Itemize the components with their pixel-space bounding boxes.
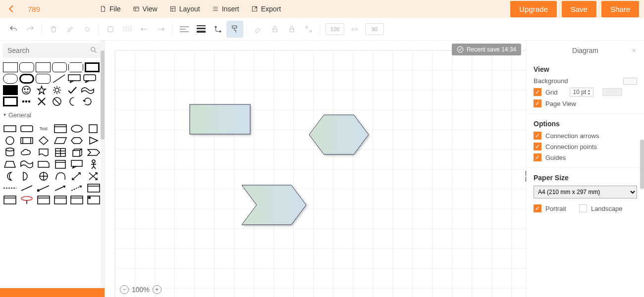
dash-button[interactable] <box>119 21 136 38</box>
zoom-in-button[interactable]: + <box>153 285 161 294</box>
g-card[interactable] <box>37 159 51 169</box>
g-tape[interactable] <box>20 159 34 169</box>
g-win3[interactable] <box>37 195 51 205</box>
save-button[interactable]: Save <box>562 1 596 17</box>
g-callout[interactable] <box>70 159 84 169</box>
shape-frame-2[interactable] <box>3 97 18 106</box>
g-rrect[interactable] <box>20 124 34 134</box>
waypoints-button[interactable] <box>210 21 226 38</box>
portrait-checkbox[interactable]: ✓ <box>534 204 541 212</box>
arrow-right-button[interactable] <box>153 21 169 38</box>
g-cube[interactable] <box>70 148 84 157</box>
erase-button[interactable] <box>250 21 267 38</box>
g-step[interactable] <box>87 148 101 157</box>
shape-dots[interactable] <box>19 97 33 106</box>
shape-refresh[interactable] <box>81 97 95 106</box>
g-parallel[interactable] <box>54 136 67 146</box>
more-shapes-button[interactable] <box>0 288 105 297</box>
g-moon[interactable] <box>3 171 17 181</box>
shape-rounded-2[interactable] <box>52 62 67 72</box>
g-half[interactable] <box>20 171 34 181</box>
g-process[interactable] <box>20 136 34 146</box>
g-dashline[interactable] <box>3 183 17 193</box>
g-win2[interactable] <box>3 195 17 205</box>
g-tri[interactable] <box>87 136 101 146</box>
shape-moon[interactable] <box>65 97 79 106</box>
canvas-shape-chevron[interactable] <box>241 184 310 230</box>
share-button[interactable]: Share <box>601 1 639 17</box>
delete-button[interactable] <box>45 21 62 38</box>
menu-file[interactable]: File <box>100 5 121 13</box>
shape-smiley[interactable] <box>19 85 33 95</box>
grid-size-stepper[interactable]: ▴▾ <box>588 89 590 96</box>
landscape-checkbox[interactable] <box>579 204 587 212</box>
undo-button[interactable] <box>5 21 22 38</box>
shape-rr-3[interactable] <box>36 74 51 84</box>
arrow-left-button[interactable] <box>136 21 153 38</box>
canvas-shape-hexagon[interactable] <box>308 114 372 159</box>
expand-button[interactable] <box>300 21 317 38</box>
g-line2[interactable] <box>20 183 34 193</box>
shape-nogo[interactable] <box>50 97 64 106</box>
canvas[interactable] <box>115 50 526 297</box>
grid-checkbox[interactable]: ✓ <box>534 88 541 96</box>
shape-solid[interactable] <box>3 85 18 95</box>
g-dash-arrow[interactable] <box>70 183 84 193</box>
g-curve[interactable] <box>54 171 67 181</box>
g-arrow2[interactable] <box>70 171 84 181</box>
g-ellipse[interactable] <box>70 124 84 134</box>
g-note[interactable] <box>54 159 67 169</box>
lock-closed-button[interactable] <box>283 21 300 38</box>
g-win4[interactable] <box>54 195 67 205</box>
line-weight-button[interactable] <box>193 21 210 38</box>
g-rect[interactable] <box>3 124 17 134</box>
back-button[interactable] <box>5 2 18 15</box>
g-square[interactable] <box>87 124 101 134</box>
grid-color-swatch[interactable] <box>602 88 622 96</box>
lock-open-button[interactable] <box>267 21 283 38</box>
shape-x[interactable] <box>35 97 49 106</box>
shape-rect[interactable] <box>3 62 18 72</box>
redo-button[interactable] <box>22 21 39 38</box>
format-painter-button[interactable] <box>226 21 243 38</box>
g-arrow-line[interactable] <box>54 183 67 193</box>
g-or[interactable] <box>37 171 51 181</box>
grid-size-input[interactable]: 10 pt ▴▾ <box>570 88 594 97</box>
edit-button[interactable] <box>62 21 79 38</box>
zoom-out-button[interactable]: − <box>120 285 129 294</box>
g-win6[interactable] <box>87 195 101 205</box>
fill-button[interactable] <box>79 21 96 38</box>
sidebar-scroll-thumb[interactable] <box>101 50 105 140</box>
g-diamond[interactable] <box>37 136 51 146</box>
g-text[interactable]: Text <box>37 124 51 134</box>
pageview-checkbox[interactable]: ✓ <box>534 99 541 107</box>
g-conn[interactable] <box>37 183 51 193</box>
g-trap[interactable] <box>3 159 17 169</box>
shape-wave[interactable] <box>81 85 95 95</box>
g-cyl[interactable] <box>3 148 17 157</box>
menu-layout[interactable]: Layout <box>169 5 200 13</box>
shape-rounded[interactable] <box>19 62 34 72</box>
panel-close-button[interactable]: × <box>632 47 636 54</box>
panel-scroll-thumb[interactable] <box>640 140 644 189</box>
background-swatch[interactable] <box>623 78 637 85</box>
corner-button[interactable] <box>102 21 119 38</box>
conn-arrows-checkbox[interactable]: ✓ <box>534 132 541 140</box>
g-hex[interactable] <box>70 136 84 146</box>
angle-input[interactable]: 90 <box>365 23 384 35</box>
guides-checkbox[interactable]: ✓ <box>534 153 541 161</box>
g-cloud[interactable] <box>20 148 34 157</box>
link-button[interactable] <box>346 21 363 38</box>
shape-line[interactable] <box>52 74 66 84</box>
menu-export[interactable]: Export <box>251 5 281 13</box>
g-cross-arrows[interactable] <box>87 171 101 181</box>
spacing-input[interactable]: 120 <box>325 23 344 35</box>
shape-ticket[interactable] <box>68 62 83 72</box>
shape-callout-2[interactable] <box>83 74 97 84</box>
g-table[interactable] <box>54 148 67 157</box>
shape-pill[interactable] <box>3 74 18 84</box>
g-doc[interactable] <box>37 148 51 157</box>
menu-insert[interactable]: Insert <box>212 5 239 13</box>
g-actor[interactable] <box>87 159 101 169</box>
shape-sun[interactable] <box>50 85 64 95</box>
